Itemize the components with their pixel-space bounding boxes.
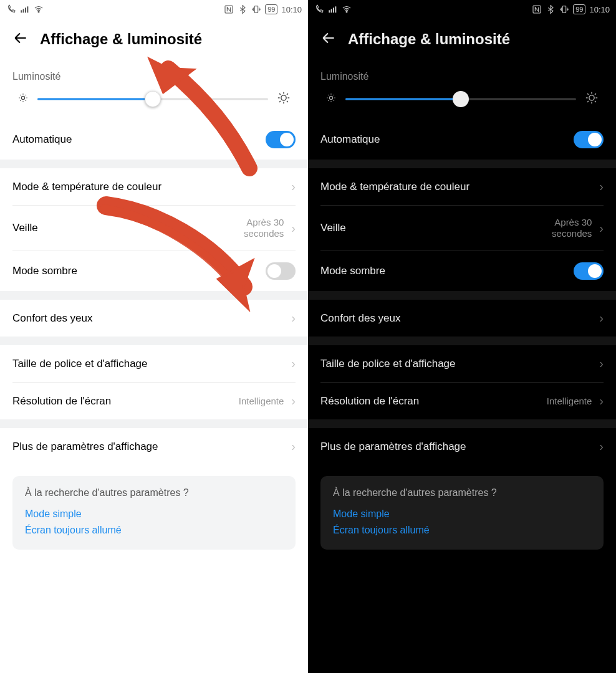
chevron-right-icon: › <box>291 311 296 325</box>
row-sleep[interactable]: Veille Après 30 secondes › <box>0 206 308 251</box>
row-more-settings[interactable]: Plus de paramètres d'affichage › <box>308 428 616 465</box>
svg-rect-3 <box>27 6 28 12</box>
chevron-right-icon: › <box>599 179 604 194</box>
bluetooth-icon <box>238 4 248 14</box>
wifi-icon <box>34 4 44 14</box>
svg-rect-15 <box>563 6 566 13</box>
nfc-icon <box>224 4 234 14</box>
chevron-right-icon: › <box>291 394 296 408</box>
page-title: Affichage & luminosité <box>40 31 202 48</box>
svg-rect-11 <box>333 7 334 12</box>
footer-card-title: À la recherche d'autres paramètres ? <box>333 487 591 499</box>
svg-point-16 <box>329 96 332 99</box>
row-sleep[interactable]: Veille Après 30 secondes › <box>308 206 616 251</box>
wifi-icon <box>342 4 352 14</box>
vibrate-icon <box>559 4 569 14</box>
footer-card-title: À la recherche d'autres paramètres ? <box>25 487 283 499</box>
dark-mode-toggle[interactable] <box>266 262 296 280</box>
page-title: Affichage & luminosité <box>348 31 510 48</box>
svg-point-17 <box>589 95 594 100</box>
footer-card: À la recherche d'autres paramètres ? Mod… <box>12 476 296 550</box>
resolution-value: Intelligente <box>239 396 284 407</box>
svg-rect-0 <box>21 10 22 12</box>
header: Affichage & luminosité <box>0 19 308 64</box>
svg-rect-2 <box>25 7 26 12</box>
status-bar: 99 10:10 <box>0 0 308 19</box>
header: Affichage & luminosité <box>308 19 616 64</box>
sleep-value: Après 30 secondes <box>536 217 592 239</box>
nfc-icon <box>532 4 542 14</box>
brightness-low-icon <box>17 92 29 106</box>
chevron-right-icon: › <box>599 221 604 236</box>
phone-icon <box>314 4 324 14</box>
svg-rect-6 <box>255 6 258 13</box>
row-eye-comfort[interactable]: Confort des yeux › <box>0 300 308 336</box>
back-button[interactable] <box>12 30 29 49</box>
row-font-size[interactable]: Taille de police et d'affichage › <box>0 345 308 382</box>
chevron-right-icon: › <box>291 439 296 454</box>
footer-link-always-on[interactable]: Écran toujours allumé <box>25 522 283 538</box>
panel-light: 99 10:10 Affichage & luminosité Luminosi… <box>0 0 308 673</box>
footer-link-always-on[interactable]: Écran toujours allumé <box>333 522 591 538</box>
vibrate-icon <box>251 4 261 14</box>
chevron-right-icon: › <box>599 311 604 325</box>
chevron-right-icon: › <box>291 356 296 371</box>
row-color-mode[interactable]: Mode & température de couleur › <box>0 168 308 205</box>
row-resolution[interactable]: Résolution de l'écran Intelligente › <box>0 383 308 419</box>
status-bar: 99 10:10 <box>308 0 616 19</box>
brightness-slider-row <box>0 85 308 120</box>
footer-card: À la recherche d'autres paramètres ? Mod… <box>320 476 604 550</box>
svg-point-7 <box>21 96 24 99</box>
row-auto-brightness[interactable]: Automatique <box>308 120 616 160</box>
sleep-value: Après 30 secondes <box>228 217 284 239</box>
row-resolution[interactable]: Résolution de l'écran Intelligente › <box>308 383 616 419</box>
row-more-settings[interactable]: Plus de paramètres d'affichage › <box>0 428 308 465</box>
row-auto-brightness[interactable]: Automatique <box>0 120 308 160</box>
auto-brightness-toggle[interactable] <box>574 131 604 148</box>
svg-point-8 <box>281 95 286 100</box>
auto-brightness-label: Automatique <box>12 133 266 146</box>
svg-rect-10 <box>331 9 332 12</box>
brightness-label: Luminosité <box>0 64 308 85</box>
brightness-slider[interactable] <box>345 92 576 107</box>
svg-rect-9 <box>329 10 330 12</box>
dark-mode-toggle[interactable] <box>574 262 604 280</box>
battery-icon: 99 <box>573 4 585 14</box>
svg-point-4 <box>38 11 39 12</box>
panel-dark: 99 10:10 Affichage & luminosité Luminosi… <box>308 0 616 673</box>
brightness-high-icon <box>585 91 599 107</box>
brightness-slider[interactable] <box>37 92 268 107</box>
chevron-right-icon: › <box>599 356 604 371</box>
brightness-label: Luminosité <box>308 64 616 85</box>
signal-icon <box>328 4 338 14</box>
footer-link-simple-mode[interactable]: Mode simple <box>333 506 591 522</box>
bluetooth-icon <box>546 4 556 14</box>
status-time: 10:10 <box>589 5 610 14</box>
brightness-high-icon <box>277 91 291 107</box>
back-button[interactable] <box>320 30 337 49</box>
status-time: 10:10 <box>281 5 302 14</box>
row-font-size[interactable]: Taille de police et d'affichage › <box>308 345 616 382</box>
phone-icon <box>6 4 16 14</box>
svg-point-13 <box>346 11 347 12</box>
chevron-right-icon: › <box>599 439 604 454</box>
row-dark-mode[interactable]: Mode sombre <box>0 251 308 291</box>
chevron-right-icon: › <box>291 179 296 194</box>
battery-icon: 99 <box>265 4 277 14</box>
footer-link-simple-mode[interactable]: Mode simple <box>25 506 283 522</box>
row-dark-mode[interactable]: Mode sombre <box>308 251 616 291</box>
chevron-right-icon: › <box>599 394 604 408</box>
row-color-mode[interactable]: Mode & température de couleur › <box>308 168 616 205</box>
auto-brightness-toggle[interactable] <box>266 131 296 148</box>
resolution-value: Intelligente <box>547 396 592 407</box>
chevron-right-icon: › <box>291 221 296 236</box>
auto-brightness-label: Automatique <box>320 133 574 146</box>
svg-rect-12 <box>335 6 336 12</box>
brightness-low-icon <box>325 92 337 106</box>
signal-icon <box>20 4 30 14</box>
svg-rect-1 <box>23 9 24 12</box>
brightness-slider-row <box>308 85 616 120</box>
row-eye-comfort[interactable]: Confort des yeux › <box>308 300 616 336</box>
